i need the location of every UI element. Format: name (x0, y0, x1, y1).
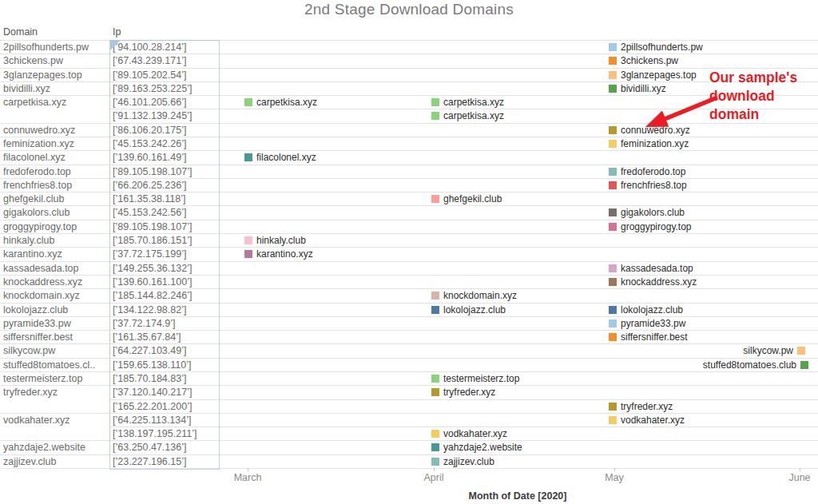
domain-cell[interactable]: 2pillsofhunderts.pw (3, 41, 89, 54)
data-mark-square[interactable] (609, 278, 617, 286)
domain-cell[interactable]: frenchfries8.top (3, 179, 72, 192)
ip-cell[interactable]: [’37.72.175.199’] (113, 248, 186, 261)
ip-cell[interactable]: [’138.197.195.211’] (113, 427, 197, 441)
ip-cell[interactable]: [’66.206.25.236’] (113, 179, 186, 192)
domain-cell[interactable]: silkycow.pw (3, 344, 55, 358)
data-mark-square[interactable] (244, 250, 252, 258)
data-mark-square[interactable] (609, 57, 617, 65)
domain-cell[interactable]: connuwedro.xyz (3, 124, 75, 137)
data-mark-square[interactable] (800, 361, 808, 369)
ip-cell[interactable]: [’149.255.36.132’] (113, 262, 192, 276)
ip-cell[interactable]: [’161.35.38.118’] (113, 192, 186, 206)
ip-cell[interactable]: [’23.227.196.15’] (113, 455, 186, 469)
ip-cell[interactable]: [’63.250.47.136’] (113, 441, 186, 454)
ip-cell[interactable]: [’161.35.67.84’] (113, 331, 181, 344)
domain-cell[interactable]: kassadesada.top (3, 262, 79, 276)
ip-cell[interactable]: [’89.105.202.54’] (113, 69, 186, 82)
selection-corner-handle-icon[interactable] (110, 41, 120, 50)
data-mark-square[interactable] (609, 85, 617, 93)
domain-cell[interactable]: 3chickens.pw (3, 54, 63, 68)
data-mark-square[interactable] (609, 208, 617, 216)
domain-cell[interactable]: hinkaly.club (3, 234, 54, 248)
data-mark-square[interactable] (609, 306, 617, 314)
ip-cell[interactable]: [’185.144.82.246’] (113, 289, 192, 303)
axis-label-march[interactable]: March (234, 472, 262, 483)
data-mark-square[interactable] (431, 375, 439, 383)
ip-cell[interactable]: [’165.22.201.200’] (113, 400, 192, 414)
domain-cell[interactable]: lokolojazz.club (3, 304, 68, 317)
data-mark-square[interactable] (431, 292, 439, 300)
ip-cell[interactable]: [’46.101.205.66’] (113, 96, 186, 109)
domain-cell[interactable]: fredoferodo.top (3, 165, 71, 179)
data-mark-square[interactable] (431, 195, 439, 203)
data-mark-square[interactable] (244, 153, 252, 161)
ip-cell[interactable]: [’45.153.242.56’] (113, 206, 186, 220)
domain-cell[interactable]: zajjizev.club (3, 455, 56, 469)
ip-cell[interactable]: [’159.65.138.110’] (113, 359, 191, 372)
ip-cell[interactable]: [’89.105.198.107’] (113, 165, 192, 179)
axis-label-may[interactable]: May (605, 472, 624, 483)
domain-cell[interactable]: groggypirogy.top (3, 220, 77, 234)
domain-cell[interactable]: filacolonel.xyz (3, 151, 66, 165)
axis-label-april[interactable]: April (423, 472, 443, 483)
domain-cell[interactable]: stuffed8tomatoes.cl.. (3, 359, 95, 372)
domain-cell[interactable]: ghefgekil.club (3, 192, 64, 206)
data-mark-square[interactable] (797, 347, 805, 355)
ip-cell[interactable]: [’139.60.161.100’] (113, 276, 192, 289)
data-mark-square[interactable] (431, 443, 439, 451)
ip-cell[interactable]: [’86.106.20.175’] (113, 124, 186, 137)
data-mark-square[interactable] (609, 319, 617, 327)
domain-cell[interactable]: pyramide33.pw (3, 317, 71, 331)
domain-cell[interactable]: feminization.xyz (3, 137, 74, 151)
data-mark-square[interactable] (609, 43, 617, 51)
data-mark-square[interactable] (431, 112, 439, 120)
ip-cell[interactable]: [’185.70.186.151’] (113, 234, 192, 248)
data-mark-square[interactable] (609, 181, 617, 189)
data-mark-square[interactable] (244, 98, 252, 106)
mark-label: knockaddress.xyz (621, 276, 697, 289)
data-mark-square[interactable] (431, 98, 439, 106)
data-mark-square[interactable] (609, 333, 617, 341)
ip-cell[interactable]: [’134.122.98.82’] (113, 304, 186, 317)
domain-cell[interactable]: karantino.xyz (3, 248, 62, 261)
data-mark-square[interactable] (609, 416, 617, 424)
ip-cell[interactable]: [’91.132.139.245’] (113, 109, 192, 123)
domain-cell[interactable]: carpetkisa.xyz (3, 96, 66, 109)
domain-cell[interactable]: gigakolors.club (3, 206, 69, 220)
data-mark-square[interactable] (609, 403, 617, 411)
ip-cell[interactable]: [’64.227.103.49’] (113, 344, 186, 358)
domain-cell[interactable]: 3glanzepages.top (3, 69, 82, 82)
data-mark-square[interactable] (609, 71, 617, 79)
data-mark-square[interactable] (609, 126, 617, 134)
data-mark-square[interactable] (431, 306, 439, 314)
data-mark-square[interactable] (609, 264, 617, 272)
ip-cell[interactable]: [’139.60.161.49’] (113, 151, 186, 165)
domain-cell[interactable]: yahzdaje2.website (3, 441, 85, 454)
domain-cell[interactable]: testermeisterz.top (3, 372, 82, 386)
data-mark-square[interactable] (431, 388, 439, 396)
data-mark-square[interactable] (609, 140, 617, 148)
axis-label-june[interactable]: June (788, 472, 810, 483)
domain-cell[interactable]: siffersniffer.best (3, 331, 73, 344)
ip-cell[interactable]: [’67.43.239.171’] (113, 54, 186, 68)
ip-cell[interactable]: [’37.120.140.217’] (113, 386, 192, 399)
data-mark-square[interactable] (609, 223, 617, 231)
domain-cell[interactable]: vodkahater.xyz (3, 414, 69, 427)
data-mark-square[interactable] (431, 430, 439, 438)
data-mark-square[interactable] (431, 458, 439, 466)
domain-cell[interactable]: tryfreder.xyz (3, 386, 58, 399)
ip-cell[interactable]: [’89.163.253.225’] (113, 82, 192, 96)
ip-cell[interactable]: [’64.225.113.134’] (113, 414, 191, 427)
ip-cell[interactable]: [’37.72.174.9’] (113, 317, 176, 331)
domain-cell[interactable]: knockaddress.xyz (3, 276, 82, 289)
ip-cell[interactable]: [’94.100.28.214’] (113, 41, 186, 54)
data-mark-square[interactable] (244, 236, 252, 244)
domain-cell[interactable]: knockdomain.xyz (3, 289, 80, 303)
mark-label: pyramide33.pw (621, 317, 685, 331)
ip-cell[interactable]: [’185.70.184.83’] (113, 372, 186, 386)
ip-cell[interactable]: [’89.105.198.107’] (113, 220, 192, 234)
mark-label: ghefgekil.club (443, 192, 502, 206)
domain-cell[interactable]: bividilli.xyz (3, 82, 50, 96)
ip-cell[interactable]: [’45.153.242.26’] (113, 137, 186, 151)
data-mark-square[interactable] (609, 168, 617, 176)
